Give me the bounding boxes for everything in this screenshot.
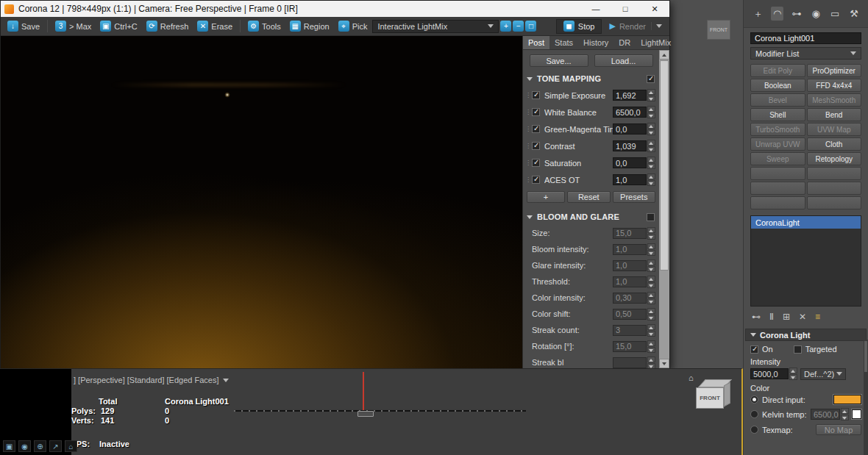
tab-stats[interactable]: Stats xyxy=(549,36,578,49)
direct-input-radio[interactable] xyxy=(750,395,758,404)
spinner[interactable] xyxy=(647,157,655,169)
tab-post[interactable]: Post xyxy=(523,36,549,49)
scroll-down-icon[interactable] xyxy=(659,359,669,368)
stop-button[interactable]: ◼ Stop xyxy=(556,19,602,34)
drag-handle-icon[interactable]: ⋮⋮ xyxy=(525,109,531,115)
utilities-tab-icon[interactable]: ⚒ xyxy=(847,7,861,21)
tab-dr[interactable]: DR xyxy=(613,36,636,49)
spinner[interactable] xyxy=(647,106,655,118)
create-tab-icon[interactable]: ＋ xyxy=(751,6,765,22)
stack-item-coronalight[interactable]: CoronaLight xyxy=(751,216,861,229)
drag-handle-icon[interactable]: ⋮⋮ xyxy=(525,143,531,149)
modifier-button[interactable]: TurboSmooth xyxy=(750,123,805,136)
maximize-icon[interactable]: □ xyxy=(611,1,640,17)
modifier-button[interactable]: Unwrap UVW xyxy=(750,137,805,151)
param-value-field[interactable] xyxy=(613,357,647,368)
modifier-button[interactable]: Bevel xyxy=(750,93,805,107)
region-button[interactable]: ▦ Region xyxy=(286,19,333,33)
zoom-out-icon[interactable]: − xyxy=(513,21,524,32)
spinner[interactable] xyxy=(647,140,655,152)
tools-button[interactable]: ⚙ Tools xyxy=(244,19,285,33)
tone-mapping-header[interactable]: TONE MAPPING xyxy=(523,71,659,87)
spinner[interactable] xyxy=(647,340,655,353)
close-icon[interactable]: ✕ xyxy=(640,1,669,17)
modifier-button[interactable]: Bend xyxy=(807,108,862,121)
param-value-field[interactable]: 6500,0 xyxy=(613,107,647,118)
param-checkbox[interactable] xyxy=(532,176,540,184)
spinner[interactable] xyxy=(647,308,655,320)
status-icon-3[interactable]: ⊕ xyxy=(34,440,46,452)
modify-tab-icon[interactable]: ◠ xyxy=(771,7,783,21)
spinner[interactable] xyxy=(647,89,655,101)
pick-button[interactable]: ⌖ Pick xyxy=(335,19,371,33)
render-dropdown-caret[interactable] xyxy=(651,22,664,30)
param-checkbox[interactable] xyxy=(532,91,540,99)
spinner[interactable] xyxy=(647,173,655,186)
object-name-field[interactable]: Corona Light001 xyxy=(750,32,861,44)
presets-button[interactable]: Presets xyxy=(613,191,656,203)
motion-tab-icon[interactable]: ◉ xyxy=(810,7,822,21)
spinner[interactable] xyxy=(647,292,655,304)
spinner[interactable] xyxy=(647,276,655,288)
remove-modifier-icon[interactable]: ✕ xyxy=(799,312,806,322)
param-value-field[interactable]: 3 xyxy=(613,325,647,336)
viewport-label-menu[interactable]: ] [Perspective] [Standard] [Edged Faces] xyxy=(74,376,229,384)
spinner[interactable] xyxy=(647,324,655,337)
tone-mapping-enable-checkbox[interactable] xyxy=(647,75,655,83)
modifier-button[interactable]: UVW Map xyxy=(807,123,862,136)
kelvin-temp-radio[interactable] xyxy=(750,410,758,418)
viewcube-side-face[interactable] xyxy=(724,382,730,407)
drag-handle-icon[interactable]: ⋮⋮ xyxy=(525,160,531,166)
to-max-button[interactable]: 3 > Max xyxy=(51,19,95,33)
corona-light-rollout-header[interactable]: Corona Light xyxy=(745,329,867,341)
param-value-field[interactable]: 0,0 xyxy=(613,123,647,135)
spinner[interactable] xyxy=(841,408,849,420)
param-value-field[interactable]: 0,30 xyxy=(613,293,647,304)
texmap-radio[interactable] xyxy=(750,426,758,434)
perspective-viewport[interactable]: ] [Perspective] [Standard] [Edged Faces]… xyxy=(0,368,743,455)
drag-handle-icon[interactable]: ⋮⋮ xyxy=(525,176,531,183)
bloom-glare-header[interactable]: BLOOM AND GLARE xyxy=(523,209,659,225)
modifier-button[interactable]: FFD 4x4x4 xyxy=(807,79,862,92)
spinner[interactable] xyxy=(647,243,655,256)
show-end-result-icon[interactable]: Ⅱ xyxy=(769,312,774,322)
kelvin-field[interactable]: 6500,0 xyxy=(811,409,840,420)
drag-handle-icon[interactable]: ⋮⋮ xyxy=(525,92,531,98)
targeted-checkbox[interactable] xyxy=(794,345,802,354)
param-value-field[interactable]: 15,0 xyxy=(613,341,647,352)
spinner[interactable] xyxy=(647,227,655,240)
status-icon-2[interactable]: ◉ xyxy=(18,440,31,452)
hierarchy-tab-icon[interactable]: ⊶ xyxy=(789,7,803,21)
param-checkbox[interactable] xyxy=(532,159,540,167)
param-value-field[interactable]: 15,0 xyxy=(613,228,647,239)
modifier-button[interactable]: Shell xyxy=(750,108,805,121)
param-value-field[interactable]: 1,0 xyxy=(613,244,647,255)
modifier-button[interactable]: Retopology xyxy=(807,152,862,165)
status-icon-4[interactable]: ↗ xyxy=(49,440,62,452)
on-checkbox[interactable] xyxy=(750,345,758,354)
configure-sets-icon[interactable]: ≡ xyxy=(815,312,820,322)
scroll-up-icon[interactable] xyxy=(659,50,669,60)
viewcube[interactable]: ⌂ FRONT xyxy=(689,373,737,419)
drag-handle-icon[interactable]: ⋮⋮ xyxy=(525,126,531,132)
param-checkbox[interactable] xyxy=(532,125,540,133)
modifier-button[interactable]: Sweep xyxy=(750,152,805,165)
home-icon[interactable]: ⌂ xyxy=(689,373,694,382)
param-value-field[interactable]: 1,0 xyxy=(613,276,647,287)
modifier-button[interactable]: MeshSmooth xyxy=(807,93,862,107)
panel-scrollbar[interactable] xyxy=(659,50,669,368)
param-value-field[interactable]: 1,0 xyxy=(613,174,647,185)
add-operator-button[interactable]: + xyxy=(527,191,565,203)
scrollbar-thumb[interactable] xyxy=(864,341,867,372)
modifier-list-dropdown[interactable]: Modifier List xyxy=(750,47,861,60)
status-icon-1[interactable]: ▣ xyxy=(3,440,15,452)
spinner[interactable] xyxy=(647,123,655,135)
param-value-field[interactable]: 0,0 xyxy=(613,157,647,168)
reset-button[interactable]: Reset xyxy=(567,191,611,203)
param-value-field[interactable]: 1,0 xyxy=(613,260,647,271)
param-checkbox[interactable] xyxy=(532,108,540,116)
intensity-field[interactable]: 5000,0 xyxy=(750,368,789,379)
spinner[interactable] xyxy=(789,368,797,380)
lightmix-dropdown[interactable]: Interactive LightMix xyxy=(372,20,499,33)
light-color-swatch[interactable] xyxy=(833,395,861,404)
